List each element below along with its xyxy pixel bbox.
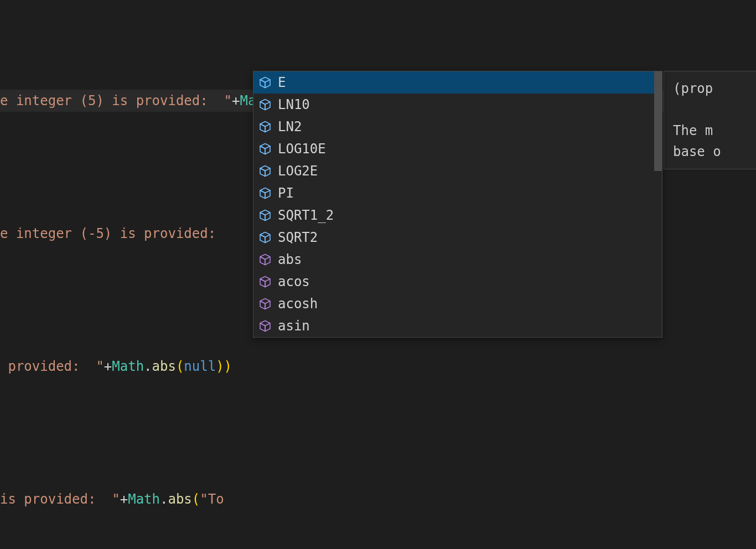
method-icon xyxy=(258,297,272,311)
property-icon xyxy=(258,142,272,156)
autocomplete-item-label: SQRT1_2 xyxy=(278,208,334,223)
doc-description: base o xyxy=(673,141,756,162)
property-icon xyxy=(258,97,272,112)
paren-token: ( xyxy=(192,491,200,507)
string-token: provided: " xyxy=(0,359,104,374)
null-token: null xyxy=(184,359,216,374)
autocomplete-item-log10e[interactable]: LOG10E xyxy=(253,138,662,160)
autocomplete-item-label: acos xyxy=(278,274,310,289)
method-icon xyxy=(258,274,272,289)
paren-token: ) xyxy=(216,359,224,374)
autocomplete-scrollbar[interactable] xyxy=(654,71,662,337)
autocomplete-item-label: abs xyxy=(278,252,302,267)
autocomplete-item-log2e[interactable]: LOG2E xyxy=(253,160,662,182)
autocomplete-item-ln10[interactable]: LN10 xyxy=(253,94,662,116)
autocomplete-item-sqrt1_2[interactable]: SQRT1_2 xyxy=(253,204,662,226)
property-icon xyxy=(258,230,272,245)
paren-token: ( xyxy=(176,359,184,374)
autocomplete-item-label: LOG2E xyxy=(278,163,318,179)
autocomplete-item-label: E xyxy=(278,75,286,90)
autocomplete-item-label: acosh xyxy=(278,296,318,312)
autocomplete-item-label: LN2 xyxy=(278,119,302,134)
autocomplete-item-e[interactable]: E xyxy=(253,71,662,94)
dot-token: . xyxy=(144,359,152,374)
property-icon xyxy=(258,75,272,90)
code-line[interactable]: provided: "+Math.abs(null)) xyxy=(0,355,756,377)
method-token: abs xyxy=(168,491,191,507)
documentation-panel: (prop The m base o xyxy=(664,71,756,169)
code-line[interactable] xyxy=(0,422,756,444)
autocomplete-item-acosh[interactable]: acosh xyxy=(253,293,662,315)
autocomplete-item-label: LN10 xyxy=(278,97,310,112)
autocomplete-item-ln2[interactable]: LN2 xyxy=(253,116,662,138)
autocomplete-item-label: LOG10E xyxy=(278,141,326,157)
class-token: Math xyxy=(128,491,160,507)
string-token: e integer (-5) is provided: xyxy=(0,226,224,241)
autocomplete-item-asin[interactable]: asin xyxy=(253,315,662,337)
dot-token: . xyxy=(160,491,168,507)
code-line[interactable]: is provided: "+Math.abs("To xyxy=(0,488,756,510)
property-icon xyxy=(258,120,272,134)
method-icon xyxy=(258,319,272,333)
method-icon xyxy=(258,252,272,267)
string-token: is provided: " xyxy=(0,491,120,507)
scrollbar-thumb[interactable] xyxy=(654,71,662,171)
autocomplete-item-acos[interactable]: acos xyxy=(253,271,662,293)
autocomplete-item-abs[interactable]: abs xyxy=(253,248,662,271)
property-icon xyxy=(258,164,272,178)
property-icon xyxy=(258,208,272,222)
autocomplete-item-label: asin xyxy=(278,318,310,334)
autocomplete-item-pi[interactable]: PI xyxy=(253,182,662,204)
operator-token: + xyxy=(104,359,112,374)
class-token: Math xyxy=(112,359,144,374)
autocomplete-item-label: SQRT2 xyxy=(278,230,318,245)
operator-token: + xyxy=(232,93,240,108)
autocomplete-popup[interactable]: ELN10LN2LOG10ELOG2EPISQRT1_2SQRT2absacos… xyxy=(253,71,662,338)
doc-signature: (prop xyxy=(673,78,756,99)
string-token: e integer (5) is provided: " xyxy=(0,93,232,108)
autocomplete-item-label: PI xyxy=(278,185,294,201)
property-icon xyxy=(258,186,272,200)
operator-token: + xyxy=(120,491,128,507)
method-token: abs xyxy=(152,359,176,374)
autocomplete-item-sqrt2[interactable]: SQRT2 xyxy=(253,226,662,248)
doc-description: The m xyxy=(673,120,756,141)
paren-token: ) xyxy=(224,359,232,374)
string-token: "To xyxy=(200,491,224,507)
